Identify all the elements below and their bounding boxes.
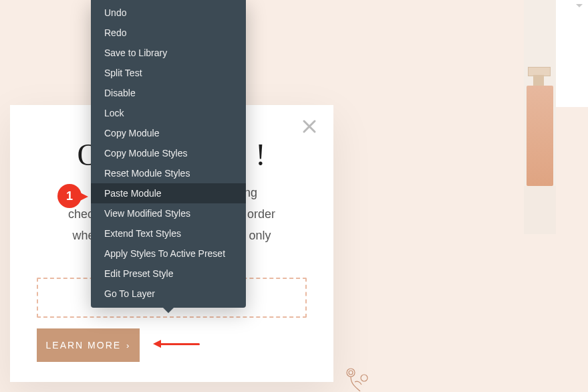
annotation-arrow-icon [153,340,200,348]
ctx-copy-module-styles[interactable]: Copy Module Styles [91,143,246,163]
svg-point-0 [347,369,355,377]
context-menu-pointer-icon [163,308,174,313]
ctx-extend-text-styles[interactable]: Extend Text Styles [91,223,246,243]
perfume-bottle-body [527,86,553,186]
close-icon[interactable] [301,118,317,134]
ctx-edit-preset-style[interactable]: Edit Preset Style [91,264,246,284]
title-fragment-right: ! [255,138,266,172]
right-sidebar [556,0,588,107]
callout-pointer-icon [79,192,88,201]
learn-more-button[interactable]: LEARN MORE › [37,328,140,362]
ctx-save-to-library[interactable]: Save to Library [91,43,246,63]
ctx-paste-module[interactable]: Paste Module [91,183,246,203]
product-image [524,0,556,234]
learn-more-label: LEARN MORE [46,340,122,351]
chevron-right-icon: › [126,340,130,351]
callout-number: 1 [66,189,73,203]
perfume-bottle-neck [533,75,544,86]
ctx-disable[interactable]: Disable [91,83,246,103]
annotation-callout: 1 [57,184,88,208]
context-menu[interactable]: Undo Redo Save to Library Split Test Dis… [91,0,246,308]
callout-bubble: 1 [57,184,82,208]
decorative-flower-icon [337,365,378,392]
ctx-go-to-layer[interactable]: Go To Layer [91,284,246,304]
dropdown-caret-icon[interactable] [576,4,583,7]
ctx-view-modified-styles[interactable]: View Modified Styles [91,203,246,223]
svg-point-2 [361,375,368,381]
ctx-redo[interactable]: Redo [91,23,246,43]
ctx-apply-styles-active-preset[interactable]: Apply Styles To Active Preset [91,243,246,264]
ctx-split-test[interactable]: Split Test [91,63,246,83]
ctx-undo[interactable]: Undo [91,3,246,23]
ctx-copy-module[interactable]: Copy Module [91,123,246,143]
svg-point-1 [349,371,353,375]
product-plinth [524,186,556,234]
ctx-reset-module-styles[interactable]: Reset Module Styles [91,163,246,183]
ctx-lock[interactable]: Lock [91,103,246,123]
page-background: O ! xxxxxxxxxxxxxxxxxxxxxxxxuring checko… [0,0,588,392]
